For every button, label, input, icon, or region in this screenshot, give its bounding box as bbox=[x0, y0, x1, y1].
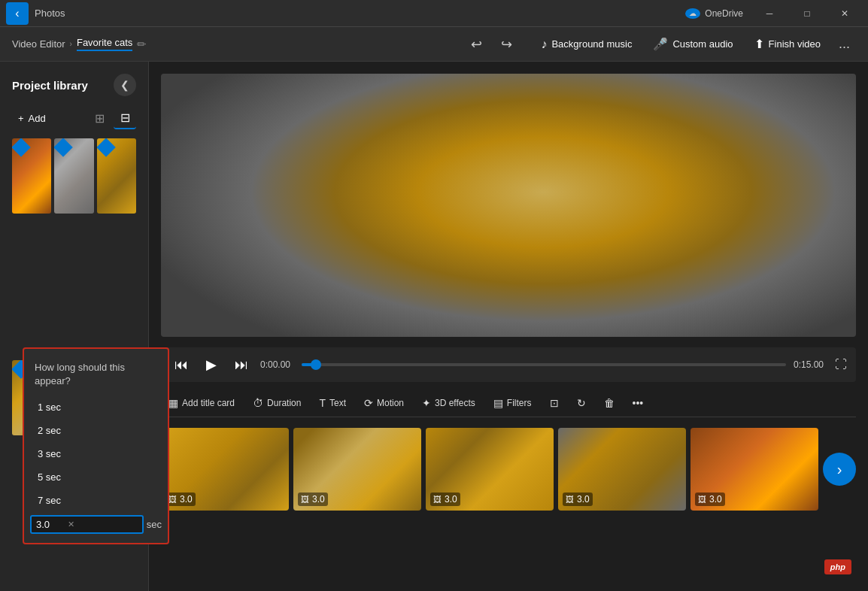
undo-redo-group: ↩ ↪ bbox=[463, 32, 520, 56]
title-card-icon: ▦ bbox=[168, 397, 178, 409]
custom-audio-label: Custom audio bbox=[672, 38, 733, 50]
duration-option-5sec[interactable]: 5 sec bbox=[27, 465, 165, 489]
3d-effects-button[interactable]: ✦ 3D effects bbox=[414, 392, 483, 414]
custom-audio-button[interactable]: 🎤 Custom audio bbox=[644, 32, 742, 56]
timeline-next-button[interactable]: › bbox=[823, 453, 856, 486]
timeline-item-4[interactable]: 🖼 3.0 bbox=[690, 428, 818, 511]
duration-sec-label: sec bbox=[147, 519, 162, 530]
more-options-button[interactable]: ... bbox=[833, 33, 856, 55]
grid-view-button[interactable]: ⊞ bbox=[88, 107, 111, 129]
timeline-duration-1: 3.0 bbox=[312, 494, 325, 505]
popup-header-text: How long should this appear? bbox=[24, 355, 168, 396]
onedrive-indicator: ☁ OneDrive bbox=[685, 8, 743, 19]
forward-button[interactable]: ⏭ bbox=[230, 353, 253, 376]
more-edit-icon: ••• bbox=[633, 397, 644, 409]
item-selected-indicator bbox=[97, 138, 116, 157]
motion-label: Motion bbox=[377, 398, 404, 408]
timeline-item-icon-1: 🖼 bbox=[301, 495, 309, 504]
timeline-item-icon-2: 🖼 bbox=[433, 495, 442, 504]
breadcrumb-parent[interactable]: Video Editor bbox=[12, 38, 65, 50]
preview-frame bbox=[161, 74, 856, 337]
background-music-button[interactable]: ♪ Background music bbox=[532, 33, 641, 56]
current-time: 0:00.00 bbox=[260, 359, 294, 370]
breadcrumb-separator: › bbox=[70, 40, 72, 48]
timeline-label-1: 🖼 3.0 bbox=[298, 492, 328, 506]
titlebar-right: ☁ OneDrive ─ □ ✕ bbox=[685, 0, 862, 27]
fullscreen-button[interactable]: ⛶ bbox=[835, 358, 847, 371]
redo-button[interactable]: ↪ bbox=[493, 32, 520, 56]
duration-option-7sec[interactable]: 7 sec bbox=[27, 489, 165, 512]
view-toggles: ⊞ ⊟ bbox=[88, 107, 136, 129]
music-icon: ♪ bbox=[541, 38, 547, 51]
php-watermark: php bbox=[824, 559, 851, 574]
library-item-cheetah[interactable] bbox=[97, 138, 136, 214]
duration-button[interactable]: ⏱ Duration bbox=[245, 392, 308, 414]
panel-toolbar: + Add ⊞ ⊟ bbox=[12, 107, 136, 129]
timeline: 🖼 3.0 🖼 3.0 🖼 3.0 🖼 3.0 bbox=[161, 425, 856, 514]
titlebar-left: ‹ Photos bbox=[6, 2, 65, 25]
timeline-item-icon-3: 🖼 bbox=[566, 495, 574, 504]
collapse-icon: ❮ bbox=[120, 79, 129, 91]
edit-title-icon[interactable]: ✏ bbox=[137, 38, 147, 51]
timeline-duration-2: 3.0 bbox=[445, 494, 457, 505]
duration-icon: ⏱ bbox=[253, 397, 263, 409]
timeline-item-icon-4: 🖼 bbox=[698, 495, 706, 504]
onedrive-label: OneDrive bbox=[705, 8, 743, 19]
duration-input-clear[interactable]: ✕ bbox=[66, 518, 76, 531]
3d-effects-label: 3D effects bbox=[435, 398, 475, 408]
effects-icon: ✦ bbox=[422, 397, 431, 409]
progress-thumb[interactable] bbox=[311, 359, 321, 370]
list-view-button[interactable]: ⊟ bbox=[114, 107, 136, 129]
right-content: ⏮ ▶ ⏭ 0:00.00 0:15.00 ⛶ ▦ Add title card… bbox=[149, 62, 868, 591]
add-icon: + bbox=[18, 113, 24, 124]
add-title-card-label: Add title card bbox=[182, 398, 235, 408]
item-selected-indicator bbox=[54, 138, 73, 157]
crop-button[interactable]: ⊡ bbox=[542, 392, 566, 414]
rewind-button[interactable]: ⏮ bbox=[170, 353, 193, 376]
back-button[interactable]: ‹ bbox=[6, 2, 29, 25]
duration-option-1sec[interactable]: 1 sec bbox=[27, 396, 165, 419]
timeline-item-3[interactable]: 🖼 3.0 bbox=[558, 428, 686, 511]
timeline-label-2: 🖼 3.0 bbox=[430, 492, 460, 506]
timeline-item-1[interactable]: 🖼 3.0 bbox=[293, 428, 421, 511]
maximize-button[interactable]: □ bbox=[790, 0, 824, 27]
speed-icon: ↻ bbox=[577, 397, 586, 409]
more-edit-button[interactable]: ••• bbox=[625, 392, 651, 414]
play-button[interactable]: ▶ bbox=[200, 353, 223, 376]
duration-popup: How long should this appear? 1 sec 2 sec… bbox=[23, 347, 169, 544]
text-button[interactable]: T Text bbox=[311, 392, 354, 414]
duration-option-3sec[interactable]: 3 sec bbox=[27, 442, 165, 465]
onedrive-icon: ☁ bbox=[685, 8, 700, 19]
library-item-cougar[interactable] bbox=[54, 138, 93, 214]
close-button[interactable]: ✕ bbox=[827, 0, 862, 27]
back-icon: ‹ bbox=[15, 7, 19, 20]
video-controls: ⏮ ▶ ⏭ 0:00.00 0:15.00 ⛶ bbox=[161, 347, 856, 382]
panel-collapse-button[interactable]: ❮ bbox=[114, 74, 136, 96]
duration-option-2sec[interactable]: 2 sec bbox=[27, 419, 165, 442]
speed-button[interactable]: ↻ bbox=[569, 392, 593, 414]
finish-video-button[interactable]: ⬆ Finish video bbox=[745, 32, 830, 56]
undo-button[interactable]: ↩ bbox=[463, 32, 490, 56]
motion-button[interactable]: ⟳ Motion bbox=[357, 392, 411, 414]
delete-button[interactable]: 🗑 bbox=[596, 392, 622, 414]
text-icon: T bbox=[319, 397, 326, 409]
timeline-duration-3: 3.0 bbox=[577, 494, 590, 505]
library-item-tiger[interactable] bbox=[12, 138, 51, 214]
timeline-label-4: 🖼 3.0 bbox=[695, 492, 725, 506]
text-label: Text bbox=[329, 398, 346, 408]
add-title-card-button[interactable]: ▦ Add title card bbox=[161, 392, 242, 414]
filters-button[interactable]: ▤ Filters bbox=[486, 392, 539, 414]
timeline-item-icon-0: 🖼 bbox=[168, 495, 177, 504]
timeline-item-0[interactable]: 🖼 3.0 bbox=[161, 428, 289, 511]
timeline-item-2[interactable]: 🖼 3.0 bbox=[426, 428, 554, 511]
minimize-button[interactable]: ─ bbox=[752, 0, 787, 27]
duration-label: Duration bbox=[267, 398, 301, 408]
timeline-label-3: 🖼 3.0 bbox=[563, 492, 593, 506]
panel-title: Project library bbox=[12, 79, 88, 92]
crop-icon: ⊡ bbox=[550, 397, 559, 409]
filters-label: Filters bbox=[507, 398, 532, 408]
duration-custom-input[interactable] bbox=[36, 519, 66, 530]
add-media-button[interactable]: + Add bbox=[12, 110, 52, 127]
progress-bar[interactable] bbox=[302, 363, 786, 366]
background-music-label: Background music bbox=[551, 38, 632, 50]
